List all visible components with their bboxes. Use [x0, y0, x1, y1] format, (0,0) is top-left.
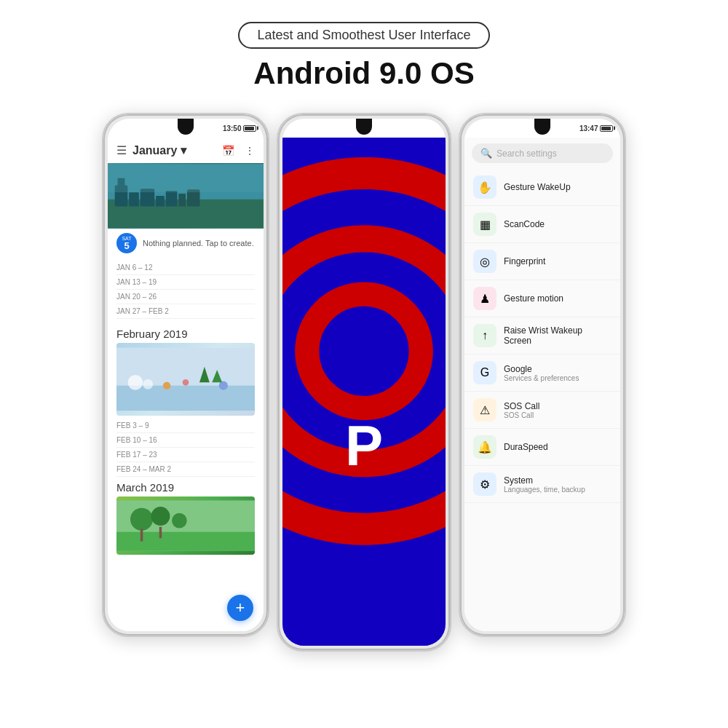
settings-search-bar[interactable]: 🔍 Search settings	[472, 143, 613, 163]
settings-item-0[interactable]: ✋Gesture WakeUp	[464, 169, 620, 206]
settings-text-5: GoogleServices & preferences	[504, 364, 612, 382]
february-hero	[116, 343, 255, 416]
menu-icon[interactable]: ☰	[116, 143, 127, 157]
phone-2: P	[277, 113, 451, 652]
android-p-wallpaper: P	[282, 138, 446, 646]
badge: Latest and Smoothest User Interface	[238, 22, 489, 49]
settings-text-1: ScanCode	[504, 219, 612, 229]
january-hero	[108, 163, 264, 229]
svg-text:P: P	[345, 414, 383, 478]
svg-point-15	[163, 381, 170, 389]
svg-rect-25	[141, 529, 143, 541]
settings-item-6[interactable]: ⚠SOS CallSOS Call	[464, 392, 620, 429]
more-icon[interactable]: ⋮	[245, 145, 255, 157]
phone-3: 13:47 🔍 Search settings ✋Gesture WakeUp▦…	[459, 113, 626, 637]
settings-icon-1: ▦	[473, 213, 496, 236]
phone-2-inner: P	[282, 119, 446, 646]
settings-name-2: Fingerprint	[504, 256, 612, 266]
status-time-3: 13:47	[579, 124, 598, 132]
android-p-screen: P	[282, 138, 446, 646]
settings-item-7[interactable]: 🔔DuraSpeed	[464, 429, 620, 466]
settings-name-1: ScanCode	[504, 219, 612, 229]
battery-icon-3	[600, 125, 613, 132]
search-placeholder: Search settings	[496, 149, 557, 159]
settings-item-4[interactable]: ↑Raise Wrist Wakeup Screen	[464, 317, 620, 355]
settings-name-4: Raise Wrist Wakeup Screen	[504, 325, 612, 346]
february-section: February 2019	[108, 322, 264, 416]
svg-point-17	[219, 381, 228, 390]
settings-item-3[interactable]: ♟Gesture motion	[464, 280, 620, 317]
svg-rect-6	[156, 196, 165, 207]
settings-item-2[interactable]: ◎Fingerprint	[464, 243, 620, 280]
svg-point-14	[143, 379, 153, 389]
settings-icon-4: ↑	[473, 324, 496, 347]
notch-3	[534, 119, 550, 135]
settings-icon-2: ◎	[473, 250, 496, 273]
battery-icon-1	[243, 125, 256, 132]
march-label: March 2019	[116, 481, 255, 494]
day-num: 5	[124, 241, 129, 250]
settings-item-8[interactable]: ⚙SystemLanguages, time, backup	[464, 466, 620, 503]
settings-text-3: Gesture motion	[504, 293, 612, 304]
feb-weeks: FEB 3 – 9FEB 10 – 16FEB 17 – 23FEB 24 – …	[108, 419, 264, 477]
svg-point-22	[130, 508, 153, 531]
day-circle: SAT 5	[116, 233, 137, 253]
phone-3-inner: 13:47 🔍 Search settings ✋Gesture WakeUp▦…	[464, 119, 620, 631]
settings-name-6: SOS Call	[504, 401, 612, 411]
settings-name-7: DuraSpeed	[504, 442, 612, 452]
search-icon: 🔍	[480, 148, 492, 159]
settings-icon-3: ♟	[473, 287, 496, 310]
week-item[interactable]: JAN 13 – 19	[116, 275, 255, 290]
settings-icon-6: ⚠	[473, 398, 496, 422]
settings-text-7: DuraSpeed	[504, 442, 612, 452]
march-hero	[116, 496, 255, 555]
settings-name-3: Gesture motion	[504, 293, 612, 304]
svg-rect-8	[178, 194, 186, 207]
week-item[interactable]: JAN 27 – FEB 2	[116, 304, 255, 319]
settings-sub-5: Services & preferences	[504, 374, 612, 382]
settings-text-4: Raise Wrist Wakeup Screen	[504, 325, 612, 346]
jan-weeks: JAN 6 – 12JAN 13 – 19JAN 20 – 26JAN 27 –…	[108, 258, 264, 322]
phone-1: 13:50 ☰ January ▾ 📅 ⋮	[102, 113, 269, 637]
svg-rect-26	[159, 527, 162, 539]
calendar-screen: ☰ January ▾ 📅 ⋮	[108, 138, 264, 631]
week-item[interactable]: FEB 17 – 23	[116, 448, 255, 462]
svg-rect-4	[129, 192, 139, 206]
svg-rect-7	[166, 191, 178, 206]
phones-row: 13:50 ☰ January ▾ 📅 ⋮	[0, 106, 728, 652]
settings-text-0: Gesture WakeUp	[504, 182, 612, 192]
month-title[interactable]: January ▾	[132, 143, 212, 157]
settings-icon-0: ✋	[473, 175, 496, 199]
svg-point-16	[183, 379, 189, 386]
settings-item-5[interactable]: GGoogleServices & preferences	[464, 355, 620, 392]
svg-rect-10	[108, 164, 264, 192]
settings-list: ✋Gesture WakeUp▦ScanCode◎Fingerprint♟Ges…	[464, 169, 620, 503]
march-illustration	[116, 496, 255, 555]
week-item[interactable]: JAN 6 – 12	[116, 261, 255, 275]
badge-text: Latest and Smoothest User Interface	[257, 28, 470, 42]
svg-point-24	[172, 513, 187, 529]
feb-illustration	[116, 343, 255, 416]
settings-sub-6: SOS Call	[504, 411, 612, 419]
week-item[interactable]: JAN 20 – 26	[116, 290, 255, 304]
notch-1	[178, 119, 194, 135]
nothing-text: Nothing planned. Tap to create.	[143, 239, 254, 248]
settings-text-8: SystemLanguages, time, backup	[504, 475, 612, 494]
week-item[interactable]: FEB 24 – MAR 2	[116, 462, 255, 477]
settings-name-0: Gesture WakeUp	[504, 182, 612, 192]
today-badge: SAT 5 Nothing planned. Tap to create.	[108, 229, 264, 258]
settings-text-2: Fingerprint	[504, 256, 612, 266]
calendar-icon[interactable]: 📅	[222, 145, 234, 157]
february-label: February 2019	[116, 328, 255, 340]
week-item[interactable]: FEB 3 – 9	[116, 419, 255, 433]
settings-name-5: Google	[504, 364, 612, 374]
settings-text-6: SOS CallSOS Call	[504, 401, 612, 419]
fab-button[interactable]: +	[227, 595, 253, 621]
settings-item-1[interactable]: ▦ScanCode	[464, 206, 620, 243]
settings-icon-5: G	[473, 361, 496, 384]
settings-screen: 🔍 Search settings ✋Gesture WakeUp▦ScanCo…	[464, 138, 620, 631]
svg-rect-21	[116, 532, 255, 551]
week-item[interactable]: FEB 10 – 16	[116, 433, 255, 448]
march-section: March 2019	[108, 477, 264, 555]
settings-sub-8: Languages, time, backup	[504, 486, 612, 494]
